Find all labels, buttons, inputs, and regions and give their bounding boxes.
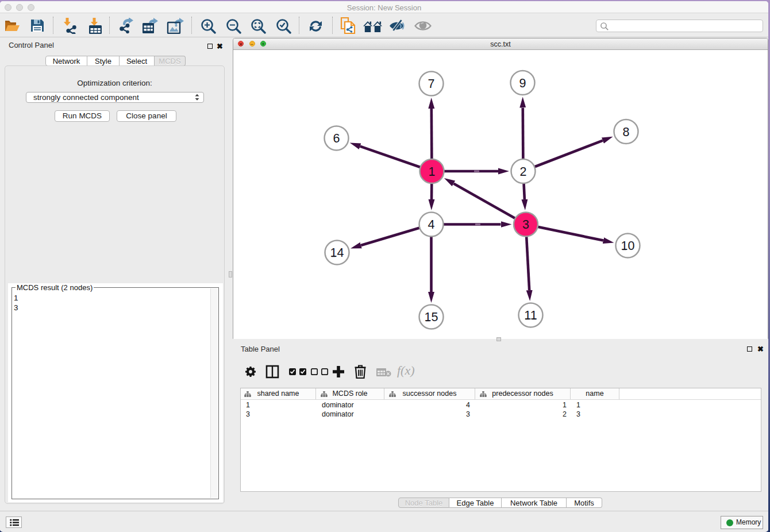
svg-text:7: 7 <box>428 77 435 91</box>
svg-text:10: 10 <box>621 239 635 253</box>
svg-text:2: 2 <box>520 165 527 179</box>
svg-text:4: 4 <box>428 218 435 232</box>
svg-text:6: 6 <box>333 132 340 145</box>
svg-text:1: 1 <box>429 165 436 179</box>
svg-text:15: 15 <box>425 310 438 324</box>
svg-text:14: 14 <box>330 246 344 260</box>
svg-text:3: 3 <box>522 218 529 232</box>
svg-text:8: 8 <box>623 125 630 139</box>
svg-text:11: 11 <box>524 309 537 322</box>
svg-text:9: 9 <box>519 76 526 90</box>
